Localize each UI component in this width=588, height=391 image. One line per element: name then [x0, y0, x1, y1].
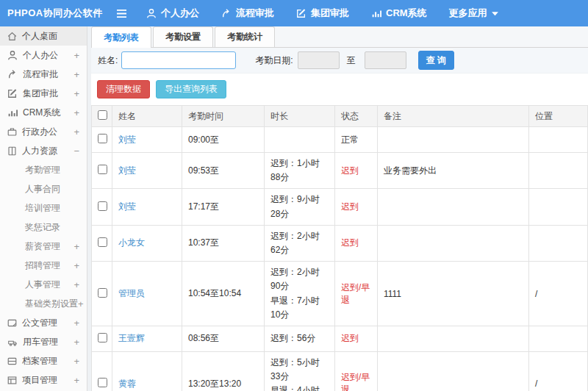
top-nav-item-0[interactable]: 个人办公 — [146, 7, 199, 20]
app-logo[interactable]: PHPOA协同办公软件 — [0, 7, 116, 20]
row-checkbox[interactable] — [98, 165, 107, 174]
expand-icon[interactable]: + — [74, 88, 79, 99]
note-cell: 业务需要外出 — [378, 153, 529, 189]
sidebar-item-7[interactable]: 考勤管理 — [0, 160, 87, 179]
sidebar-item-2[interactable]: 流程审批+ — [0, 65, 87, 84]
name-label: 姓名: — [98, 54, 118, 67]
expand-icon[interactable]: + — [74, 50, 79, 61]
sidebar-item-label: 项目管理 — [22, 374, 57, 387]
select-all-checkbox[interactable] — [98, 110, 107, 120]
row-checkbox[interactable] — [98, 237, 107, 247]
column-header-5: 位置 — [529, 106, 588, 127]
employee-name-link[interactable]: 王壹辉 — [118, 333, 145, 343]
location-cell — [529, 326, 588, 351]
duration-cell: 迟到：2小时62分 — [265, 225, 335, 261]
sidebar-item-label: 个人办公 — [23, 49, 58, 62]
row-checkbox[interactable] — [98, 333, 107, 342]
tab-bar: 考勤列表考勤设置考勤统计 — [91, 26, 588, 48]
archive-icon — [7, 356, 17, 366]
sidebar-item-13[interactable]: 人事管理+ — [0, 275, 87, 294]
sidebar-item-0[interactable]: 个人桌面 — [0, 26, 87, 46]
top-nav: 个人办公流程审批集团审批CRM系统更多应用 — [146, 7, 498, 20]
sidebar-item-1[interactable]: 个人办公+ — [0, 46, 87, 65]
top-nav-label: 集团审批 — [311, 7, 349, 20]
row-checkbox[interactable] — [98, 378, 107, 387]
sidebar-item-3[interactable]: 集团审批+ — [0, 84, 87, 103]
expand-icon[interactable]: + — [74, 337, 79, 348]
sidebar-item-label: 流程审批 — [23, 68, 58, 81]
sidebar-item-label: 集团审批 — [23, 87, 58, 100]
tab-0[interactable]: 考勤列表 — [91, 26, 151, 48]
sidebar-item-label: 人事管理 — [25, 279, 60, 291]
expand-icon[interactable]: + — [74, 69, 79, 80]
duration-line: 迟到：2小时90分 — [270, 265, 329, 293]
employee-name-link[interactable]: 刘莹 — [118, 134, 136, 145]
row-checkbox[interactable] — [98, 134, 107, 143]
name-input[interactable] — [121, 51, 236, 69]
employee-name-link[interactable]: 刘莹 — [118, 201, 136, 212]
date-from-input[interactable] — [298, 51, 340, 69]
date-to-input[interactable] — [365, 51, 406, 69]
sidebar-item-18[interactable]: 项目管理+ — [0, 370, 87, 390]
row-checkbox[interactable] — [98, 201, 107, 211]
column-header-2: 时长 — [265, 106, 335, 127]
duration-cell — [265, 127, 335, 153]
expand-icon[interactable]: + — [74, 241, 79, 252]
hamburger-icon[interactable] — [116, 9, 127, 18]
expand-icon[interactable]: + — [78, 298, 84, 309]
sidebar-item-5[interactable]: 行政办公+ — [0, 122, 87, 141]
expand-icon[interactable]: + — [74, 356, 79, 367]
sidebar-item-12[interactable]: 招聘管理+ — [0, 256, 87, 275]
chart-icon — [371, 8, 381, 18]
attendance-time-cell: 08:56至 — [182, 326, 265, 351]
caret-down-icon — [492, 11, 498, 16]
sidebar-item-6[interactable]: 人力资源− — [0, 141, 87, 160]
sidebar-item-9[interactable]: 培训管理 — [0, 198, 87, 218]
sidebar-item-label: 公文管理 — [22, 317, 57, 329]
attendance-time-cell: 09:53至 — [182, 153, 265, 189]
edit-icon — [296, 8, 306, 18]
expand-icon[interactable]: + — [74, 107, 79, 118]
top-nav-item-4[interactable]: 更多应用 — [449, 7, 498, 20]
expand-icon[interactable]: + — [74, 375, 79, 386]
attendance-time-cell: 10:37至 — [182, 225, 265, 261]
duration-cell: 迟到：2小时90分早退：7小时10分 — [265, 262, 335, 326]
sidebar-item-11[interactable]: 薪资管理+ — [0, 237, 87, 256]
sidebar-item-4[interactable]: CRM系统+ — [0, 103, 87, 122]
home-icon — [7, 32, 17, 41]
employee-name-link[interactable]: 刘莹 — [118, 165, 136, 176]
note-cell — [378, 351, 529, 391]
tab-1[interactable]: 考勤设置 — [153, 26, 213, 47]
expand-icon[interactable]: + — [74, 260, 79, 271]
expand-icon[interactable]: + — [74, 279, 79, 290]
duration-line: 迟到：9小时28分 — [270, 193, 329, 220]
top-nav-item-1[interactable]: 流程审批 — [221, 7, 274, 20]
attendance-time-cell: 13:20至13:20 — [182, 351, 265, 391]
top-nav-item-3[interactable]: CRM系统 — [371, 7, 427, 20]
duration-cell: 迟到：1小时88分 — [265, 153, 335, 189]
expand-icon[interactable]: + — [74, 318, 79, 329]
duration-line: 早退：7小时10分 — [270, 294, 329, 322]
sidebar-item-17[interactable]: 档案管理+ — [0, 351, 87, 370]
sidebar-item-16[interactable]: 用车管理+ — [0, 332, 87, 351]
sidebar-item-14[interactable]: 基础类别设置+ — [0, 294, 87, 313]
share-icon — [7, 69, 18, 79]
row-checkbox[interactable] — [98, 288, 107, 298]
topbar: PHPOA协同办公软件 个人办公流程审批集团审批CRM系统更多应用 — [0, 0, 588, 26]
collapse-icon[interactable]: − — [74, 146, 79, 157]
expand-icon[interactable]: + — [74, 126, 79, 137]
top-nav-item-2[interactable]: 集团审批 — [296, 7, 349, 20]
tab-2[interactable]: 考勤统计 — [215, 26, 275, 47]
search-button[interactable]: 查 询 — [418, 51, 454, 70]
duration-cell: 迟到：9小时28分 — [265, 189, 335, 225]
sidebar-item-10[interactable]: 奖惩记录 — [0, 218, 87, 237]
sidebar-item-15[interactable]: 公文管理+ — [0, 313, 87, 332]
employee-name-link[interactable]: 小龙女 — [118, 237, 145, 248]
clean-data-button[interactable]: 清理数据 — [97, 80, 150, 98]
export-list-button[interactable]: 导出查询列表 — [156, 80, 226, 98]
sidebar-item-8[interactable]: 人事合同 — [0, 179, 87, 198]
employee-name-link[interactable]: 管理员 — [118, 288, 145, 298]
employee-name-link[interactable]: 黄蓉 — [118, 379, 136, 389]
duration-line: 迟到：56分 — [270, 331, 329, 345]
sidebar-item-label: 基础类别设置 — [25, 298, 78, 310]
